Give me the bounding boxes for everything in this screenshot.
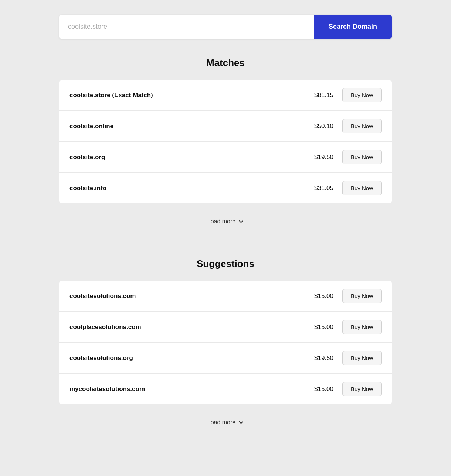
page-container: Search Domain Matches coolsite.store (Ex… xyxy=(59,15,392,461)
domain-name: coolsite.info xyxy=(69,185,308,192)
buy-now-button[interactable]: Buy Now xyxy=(342,289,382,303)
domain-price: $31.05 xyxy=(308,185,333,192)
matches-section: Matches coolsite.store (Exact Match) $81… xyxy=(59,57,392,240)
table-row: coolsite.org $19.50 Buy Now xyxy=(59,142,392,173)
buy-now-button[interactable]: Buy Now xyxy=(342,382,382,396)
table-row: coolsite.store (Exact Match) $81.15 Buy … xyxy=(59,80,392,111)
table-row: coolsite.info $31.05 Buy Now xyxy=(59,173,392,203)
search-input[interactable] xyxy=(59,15,314,39)
search-bar: Search Domain xyxy=(59,15,392,39)
suggestions-title: Suggestions xyxy=(59,258,392,270)
domain-price: $19.50 xyxy=(308,154,333,161)
domain-name: coolsitesolutions.org xyxy=(69,355,308,362)
matches-title: Matches xyxy=(59,57,392,69)
matches-list: coolsite.store (Exact Match) $81.15 Buy … xyxy=(59,80,392,203)
domain-name: coolsite.online xyxy=(69,123,308,130)
table-row: coolsitesolutions.org $19.50 Buy Now xyxy=(59,343,392,374)
buy-now-button[interactable]: Buy Now xyxy=(342,181,382,195)
domain-price: $15.00 xyxy=(308,292,333,300)
suggestions-load-more[interactable]: Load more xyxy=(59,412,392,441)
suggestions-list: coolsitesolutions.com $15.00 Buy Now coo… xyxy=(59,281,392,404)
chevron-down-icon-2 xyxy=(238,420,244,425)
matches-load-more[interactable]: Load more xyxy=(59,211,392,240)
matches-load-more-label: Load more xyxy=(207,218,236,225)
buy-now-button[interactable]: Buy Now xyxy=(342,320,382,334)
table-row: mycoolsitesolutions.com $15.00 Buy Now xyxy=(59,374,392,404)
domain-price: $19.50 xyxy=(308,355,333,362)
search-domain-button[interactable]: Search Domain xyxy=(314,15,392,39)
domain-name: coolsite.store (Exact Match) xyxy=(69,92,308,99)
domain-price: $50.10 xyxy=(308,123,333,130)
domain-price: $15.00 xyxy=(308,386,333,393)
table-row: coolplacesolutions.com $15.00 Buy Now xyxy=(59,312,392,343)
domain-name: coolplacesolutions.com xyxy=(69,323,308,331)
buy-now-button[interactable]: Buy Now xyxy=(342,150,382,164)
buy-now-button[interactable]: Buy Now xyxy=(342,88,382,102)
domain-name: coolsite.org xyxy=(69,154,308,161)
domain-name: coolsitesolutions.com xyxy=(69,292,308,300)
domain-price: $15.00 xyxy=(308,323,333,331)
suggestions-load-more-label: Load more xyxy=(207,419,236,426)
buy-now-button[interactable]: Buy Now xyxy=(342,119,382,133)
chevron-down-icon xyxy=(238,219,244,224)
suggestions-section: Suggestions coolsitesolutions.com $15.00… xyxy=(59,258,392,441)
domain-name: mycoolsitesolutions.com xyxy=(69,386,308,393)
buy-now-button[interactable]: Buy Now xyxy=(342,351,382,365)
table-row: coolsite.online $50.10 Buy Now xyxy=(59,111,392,142)
table-row: coolsitesolutions.com $15.00 Buy Now xyxy=(59,281,392,312)
domain-price: $81.15 xyxy=(308,92,333,99)
